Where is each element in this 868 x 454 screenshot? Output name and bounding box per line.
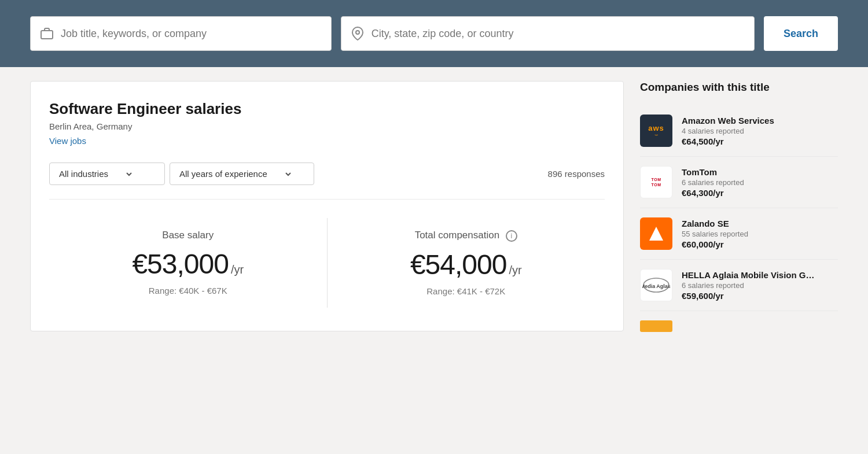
industry-filter[interactable]: All industries [49, 163, 165, 185]
total-comp-label: Total compensation i [415, 230, 517, 242]
total-comp-amount: €54,000 [410, 249, 507, 280]
base-salary-col: Base salary €53,000/yr Range: €40K - €67… [49, 218, 327, 308]
info-icon[interactable]: i [506, 230, 517, 242]
hella-salary: €59,600/yr [682, 291, 838, 301]
briefcase-icon [40, 27, 54, 40]
zalando-salary: €60,000/yr [682, 239, 838, 249]
filters-row: All industries All years of experience 8… [49, 163, 605, 200]
company-item-zalando[interactable]: Zalando SE 55 salaries reported €60,000/… [640, 208, 838, 260]
companies-panel: Companies with this title aws ⌣ Amazon W… [624, 81, 838, 332]
hella-logo: Media Aglaia [640, 269, 672, 301]
aws-logo: aws ⌣ [640, 115, 672, 147]
job-search-wrap: Software Engineer [30, 16, 332, 51]
hella-name: HELLA Aglaia Mobile Vision G… [682, 270, 838, 280]
location-icon [351, 27, 365, 40]
base-salary-amount-row: €53,000/yr [132, 248, 244, 280]
location-subtitle: Berlin Area, Germany [49, 121, 605, 131]
job-search-input[interactable]: Software Engineer [61, 28, 322, 40]
total-comp-amount-row: €54,000/yr [410, 249, 522, 280]
aws-info: Amazon Web Services 4 salaries reported … [682, 116, 838, 146]
svg-marker-3 [649, 227, 663, 241]
tomtom-logo-text: TOMTOM [652, 177, 661, 187]
zalando-logo [640, 217, 672, 250]
hella-info: HELLA Aglaia Mobile Vision G… 6 salaries… [682, 270, 838, 301]
total-comp-range: Range: €41K - €72K [426, 286, 505, 296]
aws-name: Amazon Web Services [682, 116, 838, 126]
search-button[interactable]: Search [764, 16, 838, 51]
hella-salaries: 6 salaries reported [682, 281, 838, 290]
experience-filter[interactable]: All years of experience [170, 163, 314, 185]
tomtom-salary: €64,300/yr [682, 188, 838, 198]
company-item-aws[interactable]: aws ⌣ Amazon Web Services 4 salaries rep… [640, 105, 838, 157]
company-item-partial [640, 311, 838, 332]
partial-company-logo [640, 320, 672, 332]
company-item-hella[interactable]: Media Aglaia HELLA Aglaia Mobile Vision … [640, 260, 838, 311]
aws-smile-icon: ⌣ [654, 131, 659, 138]
svg-point-2 [356, 31, 359, 34]
base-salary-amount: €53,000 [132, 249, 229, 279]
base-salary-label: Base salary [162, 230, 214, 241]
company-item-tomtom[interactable]: TOMTOM TomTom 6 salaries reported €64,30… [640, 157, 838, 208]
view-jobs-link[interactable]: View jobs [49, 136, 86, 146]
location-search-input[interactable]: Berlin Area, Germany [372, 28, 745, 40]
total-comp-per: /yr [509, 264, 521, 276]
companies-title: Companies with this title [640, 81, 838, 94]
base-salary-range: Range: €40K - €67K [149, 286, 227, 296]
main-content: Software Engineer salaries Berlin Area, … [0, 67, 868, 346]
tomtom-info: TomTom 6 salaries reported €64,300/yr [682, 167, 838, 198]
aws-salary: €64,500/yr [682, 136, 838, 146]
zalando-salaries: 55 salaries reported [682, 230, 838, 238]
responses-count: 896 responses [548, 169, 605, 179]
salary-title: Software Engineer salaries [49, 100, 605, 118]
salary-panel: Software Engineer salaries Berlin Area, … [30, 81, 624, 331]
industry-filter-label: All industries [59, 169, 108, 179]
zalando-logo-svg [647, 224, 665, 243]
experience-filter-label: All years of experience [179, 169, 267, 179]
svg-rect-0 [41, 31, 53, 39]
svg-text:Media Aglaia: Media Aglaia [642, 283, 670, 289]
hella-logo-svg: Media Aglaia [642, 277, 670, 293]
tomtom-name: TomTom [682, 167, 838, 177]
base-salary-per: /yr [231, 263, 244, 276]
chevron-down-icon [124, 169, 134, 179]
salary-columns: Base salary €53,000/yr Range: €40K - €67… [49, 218, 605, 308]
location-search-wrap: Berlin Area, Germany [341, 16, 755, 51]
header: Software Engineer Berlin Area, Germany S… [0, 0, 868, 67]
tomtom-salaries: 6 salaries reported [682, 178, 838, 187]
zalando-name: Zalando SE [682, 219, 838, 228]
tomtom-logo: TOMTOM [640, 166, 672, 198]
chevron-down-icon-2 [284, 169, 293, 179]
total-comp-col: Total compensation i €54,000/yr Range: €… [327, 218, 605, 308]
aws-salaries: 4 salaries reported [682, 127, 838, 135]
zalando-info: Zalando SE 55 salaries reported €60,000/… [682, 219, 838, 249]
